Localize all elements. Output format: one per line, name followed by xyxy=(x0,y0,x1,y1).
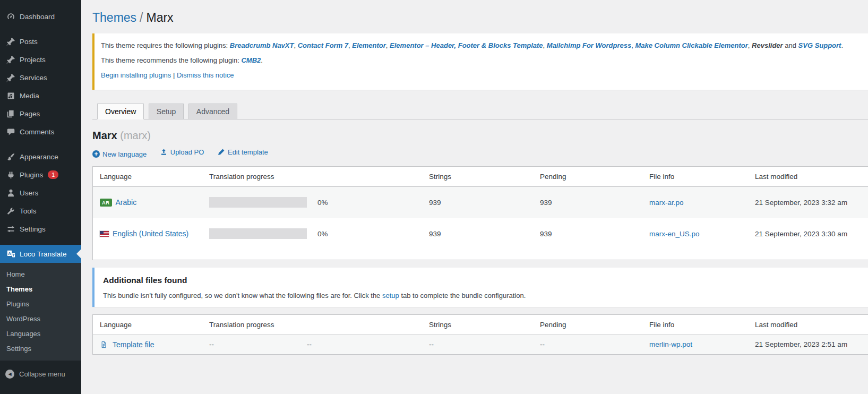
translations-table: Language Translation progress Strings Pe… xyxy=(92,166,868,260)
sidebar-item-media[interactable]: Media xyxy=(0,87,81,105)
sidebar-item-label: Users xyxy=(20,189,38,198)
col-translation-progress: Translation progress xyxy=(209,173,429,181)
table-header-row: Language Translation progress Strings Pe… xyxy=(93,167,868,187)
breadcrumb-themes-link[interactable]: Themes xyxy=(92,11,136,24)
strings-count: -- xyxy=(429,340,540,348)
plugin-link[interactable]: Contact Form 7 xyxy=(298,41,348,49)
plugin-link[interactable]: Elementor xyxy=(352,41,386,49)
sidebar-item-tools[interactable]: Tools xyxy=(0,202,81,220)
progress-bar xyxy=(209,228,307,239)
sidebar-item-label: Plugins xyxy=(20,170,43,179)
bundle-slug: (marx) xyxy=(120,130,151,141)
sidebar-item-settings[interactable]: Settings xyxy=(0,220,81,238)
begin-installing-plugins-link[interactable]: Begin installing plugins xyxy=(101,71,171,79)
sidebar-item-label: Settings xyxy=(20,225,46,234)
submenu-item-plugins[interactable]: Plugins xyxy=(0,296,81,311)
recommended-plugin-text: This theme recommends the following plug… xyxy=(101,55,868,66)
plugin-link[interactable]: Elementor – Header, Footer & Blocks Temp… xyxy=(390,41,543,49)
table-row-english[interactable]: English (United States) 0% 939 939 marx-… xyxy=(93,218,868,250)
sidebar-item-label: Posts xyxy=(20,37,38,46)
locale-badge-ar: AR xyxy=(100,199,112,207)
sidebar-item-services[interactable]: Services xyxy=(0,68,81,87)
settings-icon xyxy=(5,224,16,234)
pin-icon xyxy=(5,73,16,82)
tab-overview[interactable]: Overview xyxy=(97,104,144,119)
submenu-item-wordpress[interactable]: WordPress xyxy=(0,311,81,326)
plugin-link[interactable]: CMB2 xyxy=(241,56,261,64)
po-file-link[interactable]: marx-en_US.po xyxy=(649,230,700,238)
users-icon xyxy=(5,188,16,198)
bundle-heading: Marx (marx) xyxy=(92,130,868,142)
plugins-update-badge: 1 xyxy=(48,170,58,179)
col-language: Language xyxy=(93,321,209,329)
plugins-icon xyxy=(5,170,16,179)
table-row-arabic[interactable]: AR Arabic 0% 939 939 marx-ar.po 21 Septe… xyxy=(93,187,868,218)
submenu-item-home[interactable]: Home xyxy=(0,267,81,281)
sidebar-item-users[interactable]: Users xyxy=(0,184,81,202)
edit-template-button[interactable]: Edit template xyxy=(217,148,268,156)
sidebar-item-label: Comments xyxy=(20,127,54,136)
collapse-arrow-icon: ◀ xyxy=(5,370,14,379)
progress-percent: 0% xyxy=(317,199,328,207)
media-icon xyxy=(5,91,16,100)
sidebar-item-appearance[interactable]: Appearance xyxy=(0,148,81,166)
tab-bar: Overview Setup Advanced xyxy=(92,104,868,119)
tab-setup[interactable]: Setup xyxy=(149,104,184,119)
sidebar-item-comments[interactable]: Comments xyxy=(0,123,81,141)
template-file-link[interactable]: Template file xyxy=(113,340,154,349)
col-pending: Pending xyxy=(540,321,649,329)
table-row-template-file[interactable]: Template file -- -- -- -- merlin-wp.pot … xyxy=(93,335,868,354)
breadcrumb: Themes/Marx xyxy=(92,11,868,25)
strings-count: 939 xyxy=(429,230,540,238)
progress-percent: 0% xyxy=(317,230,328,238)
sidebar-item-posts[interactable]: Posts xyxy=(0,32,81,50)
submenu-item-languages[interactable]: Languages xyxy=(0,326,81,341)
sidebar-item-projects[interactable]: Projects xyxy=(0,50,81,68)
strings-count: 939 xyxy=(429,199,540,207)
plugin-link[interactable]: Mailchimp For Wordpress xyxy=(547,41,631,49)
pot-file-link[interactable]: merlin-wp.pot xyxy=(649,340,692,348)
additional-files-message: This bundle isn't fully configured, so w… xyxy=(103,292,868,299)
language-link[interactable]: Arabic xyxy=(116,198,137,207)
sidebar-item-plugins[interactable]: Plugins 1 xyxy=(0,166,81,184)
submenu-item-themes[interactable]: Themes xyxy=(0,281,81,296)
plugin-link[interactable]: Make Column Clickable Elementor xyxy=(635,41,747,49)
po-file-link[interactable]: marx-ar.po xyxy=(649,199,684,207)
pending-count: 939 xyxy=(540,230,649,238)
files-table: Language Translation progress Strings Pe… xyxy=(92,314,868,355)
pages-icon xyxy=(5,109,16,118)
sidebar-item-loco-translate[interactable]: A Loco Translate xyxy=(0,245,81,263)
bundle-actions: +New language Upload PO Edit template xyxy=(92,148,868,158)
col-translation-progress: Translation progress xyxy=(209,321,429,329)
pin-icon xyxy=(5,55,16,64)
dismiss-notice-link[interactable]: Dismiss this notice xyxy=(177,71,234,79)
sidebar-item-dashboard[interactable]: Dashboard xyxy=(0,7,81,25)
last-modified: 21 September, 2023 2:51 am xyxy=(755,340,868,348)
collapse-menu-label: Collapse menu xyxy=(19,370,65,378)
collapse-menu-button[interactable]: ◀ Collapse menu xyxy=(0,365,81,383)
plugin-name: Revslider xyxy=(752,41,783,49)
pin-icon xyxy=(5,37,16,46)
pending-count: -- xyxy=(540,340,649,348)
main-content: Themes/Marx This theme requires the foll… xyxy=(81,0,868,394)
new-language-button[interactable]: +New language xyxy=(92,150,147,158)
plugin-link[interactable]: Breadcrumb NavXT xyxy=(230,41,294,49)
last-modified: 21 September, 2023 3:30 am xyxy=(755,230,868,238)
dashboard-icon xyxy=(5,12,16,21)
language-link[interactable]: English (United States) xyxy=(113,229,188,238)
breadcrumb-separator: / xyxy=(140,11,143,24)
upload-po-button[interactable]: Upload PO xyxy=(160,148,204,156)
submenu-item-settings[interactable]: Settings xyxy=(0,341,81,356)
bundle-name: Marx xyxy=(92,130,117,141)
col-strings: Strings xyxy=(429,173,540,181)
admin-sidebar: Dashboard Posts Projects Services Media … xyxy=(0,0,81,394)
tab-advanced[interactable]: Advanced xyxy=(188,104,237,119)
sidebar-item-pages[interactable]: Pages xyxy=(0,105,81,123)
sidebar-item-label: Tools xyxy=(20,207,37,216)
setup-tab-link[interactable]: setup xyxy=(382,292,399,299)
appearance-icon xyxy=(5,152,16,161)
plugin-link[interactable]: SVG Support xyxy=(798,41,841,49)
col-file-info: File info xyxy=(649,173,755,181)
page-title: Marx xyxy=(146,11,173,24)
sidebar-item-label: Projects xyxy=(20,55,46,64)
